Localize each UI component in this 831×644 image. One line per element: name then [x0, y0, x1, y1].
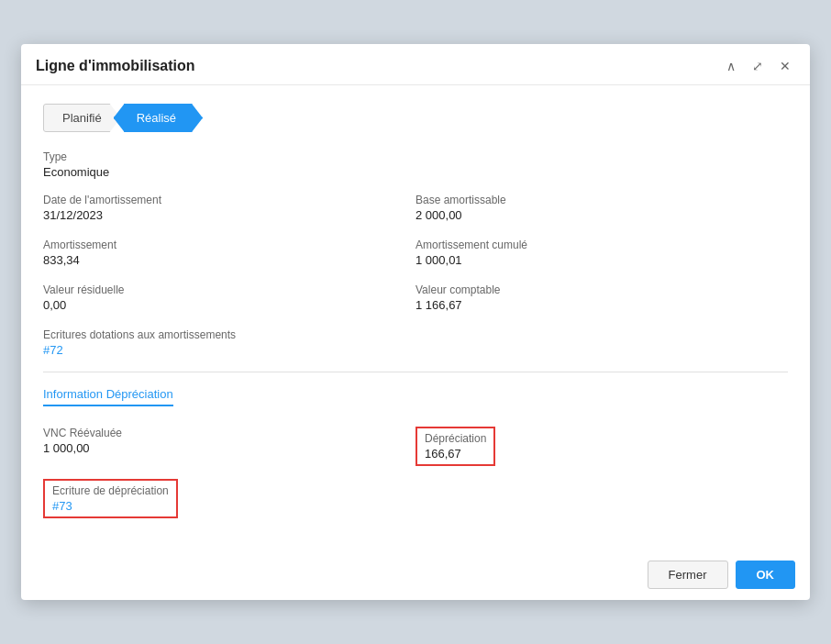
- dep-field: Dépréciation 166,67: [416, 427, 788, 466]
- date-base-grid: Date de l'amortissement 31/12/2023 Base …: [43, 194, 788, 235]
- maximize-button[interactable]: ⤢: [748, 57, 768, 75]
- valeur-comptable-label: Valeur comptable: [416, 283, 788, 296]
- information-depreciation-tab[interactable]: Information Dépréciation: [43, 387, 173, 406]
- dep-label: Dépréciation: [425, 432, 486, 445]
- valeur-residuelle-value: 0,00: [43, 298, 416, 312]
- ecriture-redbox: Ecriture de dépréciation #73: [43, 479, 178, 518]
- valeur-comptable-value: 1 166,67: [416, 298, 788, 312]
- dialog-footer: Fermer OK: [21, 550, 810, 600]
- date-label: Date de l'amortissement: [43, 194, 416, 206]
- base-value: 2 000,00: [416, 208, 788, 222]
- ecriture-label: Ecriture de dépréciation: [52, 484, 169, 497]
- amort-cumule-field: Amortissement cumulé 1 000,01: [416, 239, 788, 267]
- overlay: Ligne d'immobilisation ∧ ⤢ ✕ Planifié Ré…: [0, 0, 831, 644]
- dep-redbox: Dépréciation 166,67: [416, 427, 495, 466]
- tabs-container: Planifié Réalisé: [43, 104, 788, 132]
- vnc-field: VNC Réévaluée 1 000,00: [43, 427, 416, 466]
- dialog-body: Planifié Réalisé Type Economique Date de…: [21, 85, 810, 550]
- amort-cumule-value: 1 000,01: [416, 253, 788, 267]
- valeur-comptable-field: Valeur comptable 1 166,67: [416, 283, 788, 312]
- date-value: 31/12/2023: [43, 208, 416, 222]
- section-divider: [43, 372, 788, 372]
- amort-label: Amortissement: [43, 239, 416, 251]
- ecritures-field: Ecritures dotations aux amortissements #…: [43, 328, 788, 357]
- info-dep-grid: VNC Réévaluée 1 000,00 Dépréciation 166,…: [43, 427, 788, 479]
- valeur-residuelle-field: Valeur résiduelle 0,00: [43, 283, 416, 312]
- info-depreciation-section: VNC Réévaluée 1 000,00 Dépréciation 166,…: [43, 427, 788, 518]
- ecriture-link[interactable]: #73: [52, 499, 72, 513]
- dialog-controls: ∧ ⤢ ✕: [722, 57, 795, 75]
- amort-value: 833,34: [43, 253, 416, 267]
- date-field: Date de l'amortissement 31/12/2023: [43, 194, 416, 222]
- type-value: Economique: [43, 165, 788, 179]
- base-label: Base amortissable: [416, 194, 788, 206]
- fermer-button[interactable]: Fermer: [648, 561, 728, 589]
- dialog-title-bar: Ligne d'immobilisation ∧ ⤢ ✕: [21, 44, 810, 85]
- ecritures-label: Ecritures dotations aux amortissements: [43, 328, 788, 341]
- vnc-label: VNC Réévaluée: [43, 427, 416, 439]
- dialog-title: Ligne d'immobilisation: [36, 58, 195, 74]
- amort-cumule-label: Amortissement cumulé: [416, 239, 788, 251]
- base-field: Base amortissable 2 000,00: [416, 194, 788, 222]
- tab-realise[interactable]: Réalisé: [114, 104, 203, 132]
- ecritures-link[interactable]: #72: [43, 343, 63, 357]
- dep-value: 166,67: [425, 447, 486, 461]
- type-field: Type Economique: [43, 150, 788, 179]
- amort-field: Amortissement 833,34: [43, 239, 416, 267]
- ok-button[interactable]: OK: [736, 561, 796, 589]
- minimize-button[interactable]: ∧: [722, 57, 740, 75]
- tab-planifie[interactable]: Planifié: [43, 104, 121, 132]
- close-button[interactable]: ✕: [775, 57, 795, 75]
- vnc-value: 1 000,00: [43, 441, 416, 455]
- dialog: Ligne d'immobilisation ∧ ⤢ ✕ Planifié Ré…: [21, 44, 810, 600]
- type-label: Type: [43, 150, 788, 163]
- valeur-grid: Valeur résiduelle 0,00 Valeur comptable …: [43, 283, 788, 325]
- amort-grid: Amortissement 833,34 Amortissement cumul…: [43, 239, 788, 280]
- valeur-residuelle-label: Valeur résiduelle: [43, 283, 416, 296]
- ecriture-field: Ecriture de dépréciation #73: [43, 479, 788, 518]
